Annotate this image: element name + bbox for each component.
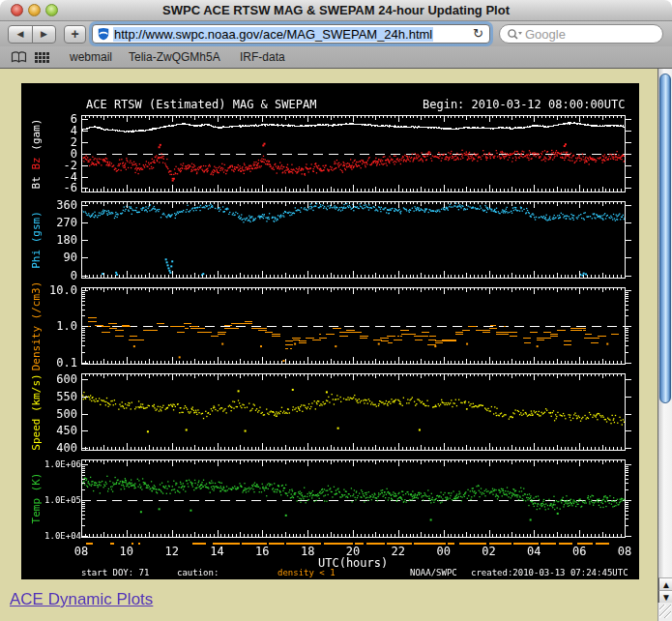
title-bar[interactable]: SWPC ACE RTSW MAG & SWEPAM 24-hour Updat… bbox=[0, 0, 672, 21]
scroll-down-arrow[interactable]: ▼ bbox=[658, 590, 672, 603]
search-field[interactable]: Google bbox=[499, 24, 663, 44]
scroll-up-arrow[interactable]: ▲ bbox=[658, 577, 672, 590]
page-content: 6420-2-4-6Bt Bz (gam)360270180900Phi (gs… bbox=[0, 69, 672, 621]
scrollbar-thumb[interactable] bbox=[659, 74, 671, 403]
browser-toolbar: ◀ ▶ + http://www.swpc.noaa.gov/ace/MAG_S… bbox=[0, 21, 672, 46]
browser-window: SWPC ACE RTSW MAG & SWEPAM 24-hour Updat… bbox=[0, 0, 672, 621]
window-title: SWPC ACE RTSW MAG & SWEPAM 24-hour Updat… bbox=[0, 3, 672, 17]
ace-dynamic-plots-link[interactable]: ACE Dynamic Plots bbox=[10, 590, 153, 609]
add-bookmark-button[interactable]: + bbox=[64, 25, 86, 44]
bookmarks-book-icon[interactable] bbox=[11, 51, 27, 64]
url-text[interactable]: http://www.swpc.noaa.gov/ace/MAG_SWEPAM_… bbox=[113, 27, 433, 42]
forward-icon: ▶ bbox=[41, 29, 47, 39]
window-resize-grip[interactable] bbox=[657, 603, 672, 621]
back-button[interactable]: ◀ bbox=[8, 25, 33, 44]
bookmarks-bar: webmail Telia-ZwQGMh5A IRF-data bbox=[0, 46, 672, 69]
top-sites-grid-icon[interactable] bbox=[35, 52, 50, 64]
bookmark-item-irf[interactable]: IRF-data bbox=[240, 50, 285, 64]
back-icon: ◀ bbox=[17, 29, 24, 39]
reload-icon[interactable]: ↻ bbox=[473, 26, 483, 41]
plus-icon: + bbox=[71, 26, 78, 42]
vertical-scrollbar[interactable]: ▲ ▼ bbox=[657, 69, 672, 603]
forward-button[interactable]: ▶ bbox=[32, 25, 56, 44]
search-placeholder: Google bbox=[525, 27, 566, 42]
nav-buttons: ◀ ▶ bbox=[8, 21, 56, 40]
bookmark-item-telia[interactable]: Telia-ZwQGMh5A bbox=[129, 50, 220, 64]
address-bar[interactable]: http://www.swpc.noaa.gov/ace/MAG_SWEPAM_… bbox=[92, 24, 490, 44]
search-icon bbox=[507, 28, 522, 42]
bookmark-item-webmail[interactable]: webmail bbox=[70, 50, 112, 64]
ace-plot-image bbox=[21, 83, 639, 579]
site-favicon-icon bbox=[97, 27, 110, 41]
